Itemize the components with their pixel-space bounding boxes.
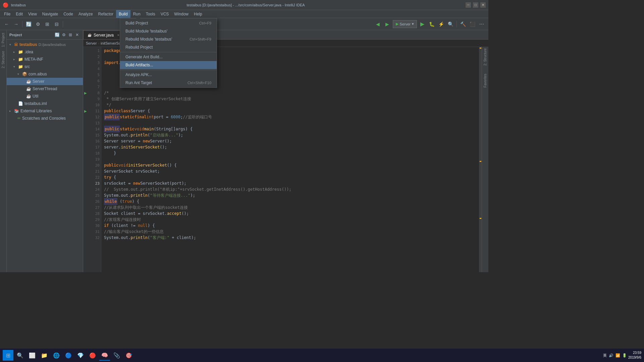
menu-navigate[interactable]: Navigate: [40, 10, 61, 18]
close-button[interactable]: ✕: [480, 2, 486, 8]
favorites-label[interactable]: Favorites: [483, 74, 487, 87]
more-button[interactable]: ⋯: [478, 20, 486, 28]
rebuild-project-label: Rebuild Project: [125, 45, 153, 50]
tree-meta-inf[interactable]: ▸ 📁 META-INF: [7, 56, 83, 63]
sidebar-close-btn[interactable]: ✕: [74, 32, 80, 38]
profile-button[interactable]: 🔍: [446, 20, 454, 28]
tree-serverthread[interactable]: ☕ ServerThread: [7, 85, 83, 93]
menu-file[interactable]: File: [1, 10, 13, 18]
menu-window[interactable]: Window: [171, 10, 191, 18]
expand-button[interactable]: ⊞: [43, 20, 51, 28]
tree-util[interactable]: ☕ Util: [7, 93, 83, 100]
ln-8: 8: [88, 90, 100, 96]
minimize-button[interactable]: ─: [466, 2, 471, 8]
structure-label[interactable]: 2: Structure: [483, 48, 487, 66]
sidebar-settings-btn[interactable]: ⚙: [61, 32, 67, 38]
forward-button[interactable]: →: [12, 20, 20, 28]
tree-scratches[interactable]: ✏ Scratches and Consoles: [7, 115, 83, 122]
menu-analyze[interactable]: Analyze: [76, 10, 96, 18]
debug-button[interactable]: 🐛: [428, 20, 436, 28]
serverthread-icon: ☕: [26, 86, 31, 91]
tree-iml[interactable]: 📄 testaibus.iml: [7, 100, 83, 107]
analyze-apk-item[interactable]: Analyze APK...: [120, 71, 217, 79]
tree-idea[interactable]: ▸ 📁 .idea: [7, 48, 83, 56]
left-tool-stripe: 1: Project 2: Structure: [0, 30, 7, 272]
rebuild-project-item[interactable]: Rebuild Project: [120, 43, 217, 51]
menu-bar: File Edit View Navigate Code Analyze Ref…: [0, 10, 488, 18]
coverage-button[interactable]: ⚡: [437, 20, 445, 28]
project-tool-label[interactable]: 1: Project: [1, 33, 5, 47]
ln-21: 21: [88, 168, 100, 174]
line-numbers: 1 2 3 4 5 6 7 8 9 10 11 12 13 14 15 16 1: [88, 47, 101, 272]
menu-edit[interactable]: Edit: [13, 10, 25, 18]
tree-src[interactable]: ▾ 📁 src: [7, 63, 83, 70]
terminal-button[interactable]: ⬛: [468, 20, 476, 28]
build-artifacts-item[interactable]: Build Artifacts...: [120, 61, 217, 69]
server-icon: ☕: [26, 79, 31, 84]
ln-31: 31: [88, 229, 100, 235]
gutter-run-icon[interactable]: ▶: [83, 90, 88, 96]
navigate-fwd-btn[interactable]: ▶: [383, 20, 391, 28]
code-line-13: [104, 120, 476, 126]
menu-code[interactable]: Code: [61, 10, 76, 18]
navigate-back-btn[interactable]: ◀: [374, 20, 382, 28]
menu-tools[interactable]: Tools: [143, 10, 158, 18]
sidebar-expand-btn[interactable]: ⊞: [67, 32, 73, 38]
main-container: 1: Project 2: Structure Project 🔄 ⚙ ⊞ ✕ …: [0, 30, 488, 272]
breadcrumb-server[interactable]: Server: [86, 41, 97, 45]
code-line-22: try {: [104, 174, 476, 180]
code-line-8: /*: [104, 90, 476, 96]
tree-server[interactable]: ☕ Server: [7, 78, 83, 85]
build-toolbar-button[interactable]: 🔨: [459, 20, 467, 28]
tree-external-libs[interactable]: ▸ 📚 External Libraries: [7, 107, 83, 115]
collapse-button[interactable]: ⊟: [53, 20, 61, 28]
menu-build[interactable]: Build: [116, 10, 130, 18]
tab-close-icon[interactable]: ✕: [117, 34, 120, 37]
rebuild-module-shortcut: Ctrl+Shift+F9: [190, 37, 211, 41]
menu-view[interactable]: View: [25, 10, 40, 18]
settings-button[interactable]: ⚙: [34, 20, 42, 28]
menu-vcs[interactable]: VCS: [158, 10, 172, 18]
structure-tool-label[interactable]: 2: Structure: [1, 51, 5, 68]
run-config-icon: ▶: [396, 22, 398, 26]
ln-24: 24: [88, 186, 100, 192]
root-path: D:/java/testaibus: [39, 43, 66, 47]
title-bar-left: 🔴 testaibus: [3, 2, 26, 8]
util-icon: ☕: [26, 94, 31, 99]
gutter-l13: [83, 102, 88, 108]
tab-java-icon: ☕: [88, 33, 92, 37]
menu-refactor[interactable]: Refactor: [96, 10, 116, 18]
build-project-item[interactable]: Build Project Ctrl+F9: [120, 19, 217, 27]
tree-root[interactable]: ▾ 🏛 testaibus D:/java/testaibus: [7, 41, 83, 48]
gutter-l9: [83, 78, 88, 84]
menu-help[interactable]: Help: [191, 10, 205, 18]
ln-12: 12: [88, 114, 100, 120]
tab-server-java[interactable]: ☕ Server.java ✕: [83, 31, 124, 39]
com-aibus-icon: 📦: [22, 72, 27, 76]
sync-button[interactable]: 🔄: [24, 20, 33, 28]
breadcrumb-sep: ›: [98, 41, 99, 45]
util-label: Util: [33, 94, 38, 99]
run-button[interactable]: ▶: [418, 20, 426, 28]
ln-9: 9: [88, 96, 100, 102]
ext-label: External Libraries: [20, 109, 52, 113]
run-config-selector[interactable]: ▶ Server ▾: [393, 20, 417, 28]
back-button[interactable]: ←: [3, 20, 11, 28]
tab-server-java-label: Server.java: [94, 33, 114, 38]
generate-ant-item[interactable]: Generate Ant Build...: [120, 53, 217, 61]
sidebar-sync-btn[interactable]: 🔄: [54, 32, 60, 38]
build-module-item[interactable]: Build Module 'testaibus': [120, 27, 217, 35]
maximize-button[interactable]: □: [473, 2, 478, 8]
analyze-apk-label: Analyze APK...: [125, 72, 152, 77]
gutter-l7: [83, 66, 88, 72]
gutter-run-icon-14[interactable]: ▶: [83, 108, 88, 114]
sidebar-header: Project 🔄 ⚙ ⊞ ✕: [7, 30, 83, 40]
root-arrow: ▾: [9, 43, 13, 46]
run-ant-item[interactable]: Run Ant Target Ctrl+Shift+F10: [120, 79, 217, 87]
app-icon: 🔴: [3, 2, 8, 8]
code-line-10: */: [104, 102, 476, 108]
rebuild-module-item[interactable]: Rebuild Module 'testaibus' Ctrl+Shift+F9: [120, 35, 217, 43]
code-line-24: // System.out.println("本机ip:"+srvSocket.…: [104, 186, 476, 192]
tree-com-aibus[interactable]: ▾ 📦 com.aibus: [7, 70, 83, 78]
src-arrow: ▾: [13, 65, 17, 68]
